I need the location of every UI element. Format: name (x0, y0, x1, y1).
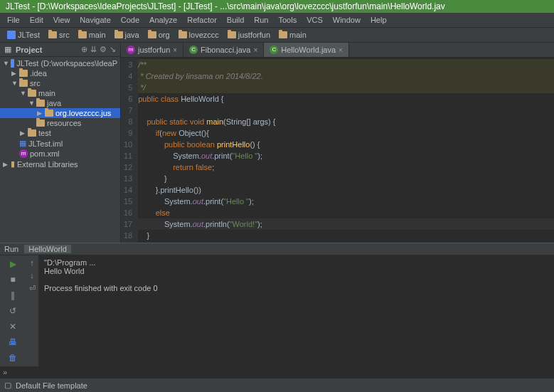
project-tree: ▼JLTest (D:\workspaces\IdeaP ▶.idea ▼src… (0, 57, 120, 243)
tree-src[interactable]: ▼src (0, 78, 120, 88)
menu-file[interactable]: File (3, 14, 24, 26)
project-tool-icon: ▦ (4, 45, 11, 54)
folder-icon (36, 120, 45, 127)
project-icon (11, 59, 14, 68)
tab-justforfun[interactable]: mjustforfun× (121, 43, 183, 57)
menu-run[interactable]: Run (250, 14, 272, 26)
menu-bar: File Edit View Navigate Code Analyze Ref… (0, 13, 554, 28)
bc-src[interactable]: src (46, 30, 73, 40)
editor-tabs: mjustforfun× CFibonacci.java× CHelloWorl… (121, 43, 554, 58)
print-icon[interactable]: 🖶 (7, 337, 18, 348)
tree-resources[interactable]: resources (0, 118, 120, 128)
bc-lovezccc[interactable]: lovezccc (176, 30, 222, 40)
close-run-icon[interactable]: ✕ (7, 321, 18, 332)
maven-icon: m (127, 46, 135, 54)
folder-icon (36, 100, 45, 107)
menu-edit[interactable]: Edit (26, 14, 48, 26)
settings-icon[interactable]: ⇊ (90, 45, 97, 54)
folder-icon (114, 31, 123, 38)
class-icon: C (189, 46, 198, 54)
down-icon[interactable]: ↓ (30, 271, 34, 280)
sidebar-header: ▦ Project ⊕ ⇊ ⚙ ↘ (0, 43, 120, 57)
project-sidebar: ▦ Project ⊕ ⇊ ⚙ ↘ ▼JLTest (D:\workspaces… (0, 43, 121, 243)
project-icon (7, 31, 16, 39)
gear-icon[interactable]: ⚙ (100, 45, 107, 54)
run-toolbar: ▶ ■ ‖ ↺ ✕ 🖶 🗑 (0, 255, 26, 366)
close-icon[interactable]: × (173, 46, 177, 54)
folder-icon (28, 90, 36, 97)
restore-icon[interactable]: ↺ (7, 305, 18, 317)
run-panel: Run HelloWorld ▶ ■ ‖ ↺ ✕ 🖶 🗑 ↑ ↓ ⏎ "D:\P… (0, 243, 554, 378)
folder-icon (19, 70, 28, 77)
run-header: Run HelloWorld (0, 243, 554, 255)
line-gutter: 3456789101112131415161718192021 (121, 58, 138, 243)
folder-icon (279, 31, 287, 38)
iml-icon: ▦ (19, 139, 26, 148)
menu-analyze[interactable]: Analyze (145, 14, 181, 26)
breadcrumb: JLTest src main java org lovezccc justfo… (0, 28, 554, 43)
bc-org[interactable]: org (145, 30, 173, 40)
close-icon[interactable]: × (253, 46, 257, 54)
wrap-icon[interactable]: ⏎ (29, 284, 36, 293)
rerun-icon[interactable]: ▶ (7, 258, 18, 270)
menu-view[interactable]: View (49, 14, 75, 26)
tree-pom[interactable]: mpom.xml (0, 149, 120, 159)
bc-project[interactable]: JLTest (4, 30, 43, 40)
folder-icon (228, 31, 236, 38)
class-icon: C (270, 46, 278, 54)
tree-libs[interactable]: ▶▮External Libraries (0, 159, 120, 169)
bc-java[interactable]: java (112, 30, 142, 40)
editor-area: mjustforfun× CFibonacci.java× CHelloWorl… (121, 43, 554, 243)
menu-help[interactable]: Help (366, 14, 391, 26)
run-output[interactable]: "D:\Program ... Hello World Process fini… (38, 255, 554, 334)
code-content[interactable]: /** * Created by linsama on 2014/8/22. *… (138, 58, 554, 243)
tree-package[interactable]: ▶org.lovezccc.jus (0, 108, 120, 118)
folder-icon (148, 31, 156, 38)
tree-idea[interactable]: ▶.idea (0, 68, 120, 78)
tree-root[interactable]: ▼JLTest (D:\workspaces\IdeaP (0, 58, 120, 68)
expand-handle[interactable]: » (0, 366, 554, 378)
menu-window[interactable]: Window (329, 14, 365, 26)
stop-icon[interactable]: ■ (7, 274, 18, 285)
library-icon: ▮ (11, 159, 15, 169)
bc-mainpkg[interactable]: main (276, 30, 309, 40)
folder-icon (78, 31, 87, 38)
menu-code[interactable]: Code (117, 14, 144, 26)
tree-test[interactable]: ▶test (0, 128, 120, 138)
code-editor[interactable]: 3456789101112131415161718192021 /** * Cr… (121, 58, 554, 243)
folder-icon (28, 129, 36, 137)
pause-icon[interactable]: ‖ (7, 290, 18, 301)
maven-icon: m (19, 149, 28, 158)
menu-vcs[interactable]: VCS (302, 14, 327, 26)
title-bar: JLTest - [D:\Workspaces\IdeaProjects\JLT… (0, 0, 554, 13)
bc-main[interactable]: main (75, 30, 109, 40)
menu-build[interactable]: Build (223, 14, 248, 26)
folder-icon (19, 80, 28, 87)
tree-iml[interactable]: ▦JLTest.iml (0, 138, 120, 149)
status-icon: ▢ (4, 381, 11, 390)
run-config-name[interactable]: HelloWorld (24, 245, 71, 253)
up-icon[interactable]: ↑ (30, 258, 34, 267)
menu-navigate[interactable]: Navigate (75, 14, 114, 26)
tree-java[interactable]: ▼java (0, 98, 120, 108)
status-text: Default File template (16, 381, 87, 390)
close-icon[interactable]: × (339, 46, 343, 54)
menu-refactor[interactable]: Refactor (183, 14, 221, 26)
hide-icon[interactable]: ↘ (110, 45, 116, 54)
folder-icon (48, 31, 57, 38)
folder-icon (179, 31, 187, 38)
collapse-icon[interactable]: ⊕ (81, 45, 87, 54)
trash-icon[interactable]: 🗑 (7, 352, 18, 364)
folder-icon (45, 110, 53, 117)
tab-helloworld[interactable]: CHelloWorld.java× (264, 43, 349, 57)
bc-justforfun[interactable]: justforfun (225, 30, 273, 40)
tab-fibonacci[interactable]: CFibonacci.java× (183, 43, 264, 57)
status-bar: ▢ Default File template (0, 378, 554, 392)
tree-main[interactable]: ▼main (0, 88, 120, 98)
run-tab-label[interactable]: Run (4, 245, 18, 253)
menu-tools[interactable]: Tools (274, 14, 301, 26)
sidebar-title: Project (16, 46, 42, 54)
